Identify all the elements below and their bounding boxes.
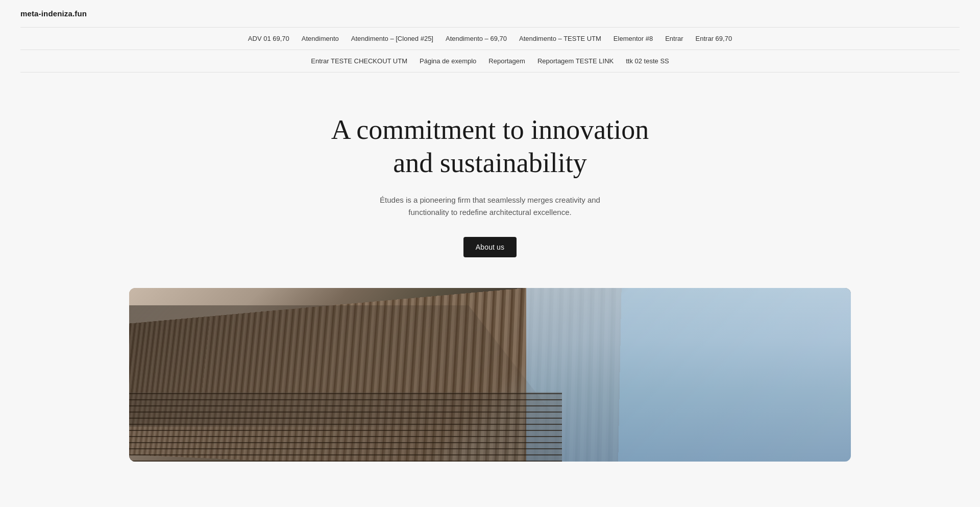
nav-row-2: Entrar TESTE CHECKOUT UTM Página de exem… [20, 50, 960, 72]
hero-title-line2: and sustainability [393, 148, 586, 178]
nav-item-atendimento[interactable]: Atendimento [297, 33, 344, 44]
building-image [129, 288, 851, 462]
about-us-button[interactable]: About us [463, 237, 517, 257]
image-section [0, 288, 980, 462]
nav-item-entrar[interactable]: Entrar [660, 33, 688, 44]
nav-item-atendimento-teste[interactable]: Atendimento – TESTE UTM [514, 33, 606, 44]
site-title[interactable]: meta-indeniza.fun [20, 9, 960, 18]
header: meta-indeniza.fun ADV 01 69,70 Atendimen… [0, 0, 980, 73]
building-image-inner [129, 288, 851, 462]
nav-item-reportagem[interactable]: Reportagem [483, 55, 530, 67]
hero-subtitle: Études is a pioneering firm that seamles… [362, 194, 618, 219]
nav-item-pagina[interactable]: Página de exemplo [414, 55, 481, 67]
nav-item-ttk[interactable]: ttk 02 teste SS [621, 55, 674, 67]
hero-section: A commitment to innovation and sustainab… [0, 73, 980, 288]
nav-row-1: ADV 01 69,70 Atendimento Atendimento – [… [20, 28, 960, 50]
hero-title-line1: A commitment to innovation [331, 114, 649, 145]
nav-item-entrar-6970[interactable]: Entrar 69,70 [691, 33, 738, 44]
nav-item-elementor[interactable]: Elementor #8 [608, 33, 658, 44]
nav-item-adv[interactable]: ADV 01 69,70 [243, 33, 295, 44]
nav-item-atendimento-6970[interactable]: Atendimento – 69,70 [440, 33, 512, 44]
steel-overlay [129, 392, 562, 462]
nav-item-entrar-checkout[interactable]: Entrar TESTE CHECKOUT UTM [306, 55, 412, 67]
hero-title: A commitment to innovation and sustainab… [331, 113, 649, 180]
nav-item-atendimento-cloned[interactable]: Atendimento – [Cloned #25] [346, 33, 438, 44]
nav-item-reportagem-teste[interactable]: Reportagem TESTE LINK [532, 55, 619, 67]
